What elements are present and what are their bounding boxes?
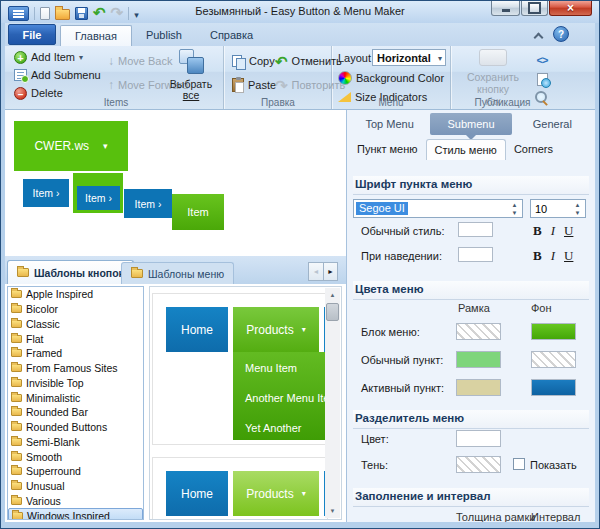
folder-icon — [11, 290, 22, 298]
group-label-menu: Menu — [332, 97, 450, 108]
main-area: CWER.ws ▾ Item › Item › Item › Item — [5, 110, 595, 522]
layout-row: Layout — [336, 49, 373, 67]
list-item[interactable]: Superround — [8, 464, 143, 479]
add-submenu-button[interactable]: Add Submenu — [12, 66, 103, 84]
list-item-selected[interactable]: Windows Inspired — [8, 508, 143, 520]
tab-publish[interactable]: Publish — [132, 25, 196, 46]
template-card[interactable]: Home Products ▾ Menu Item Another Menu I… — [152, 293, 328, 445]
page-globe-icon[interactable] — [537, 73, 548, 86]
font-name-select[interactable]: Segoe UI ▲▼ — [353, 199, 523, 218]
spinner-icon[interactable]: ▲▼ — [573, 201, 582, 217]
normal-item-bg-swatch[interactable] — [531, 351, 576, 368]
preview-scrollbar[interactable]: ▲ ▼ — [325, 288, 340, 518]
folder-icon — [11, 423, 22, 431]
tab-top-menu[interactable]: Top Menu — [349, 113, 430, 135]
show-separator-checkbox[interactable] — [513, 458, 525, 470]
list-item[interactable]: Apple Inspired — [8, 287, 143, 302]
template-card[interactable]: Home Products ▾ — [152, 457, 328, 520]
folder-label: Rounded Buttons — [26, 421, 107, 433]
scrollbar-thumb[interactable] — [326, 303, 339, 321]
list-item[interactable]: Classic — [8, 317, 143, 332]
tab-general[interactable]: General — [512, 113, 593, 135]
hover-style-color-swatch[interactable] — [458, 247, 493, 262]
separator-color-swatch[interactable] — [456, 430, 501, 447]
layout-select[interactable]: Horizontal ▾ — [372, 49, 446, 66]
separator-shadow-swatch[interactable] — [456, 456, 501, 473]
italic-button[interactable]: I — [551, 248, 555, 264]
maximize-button[interactable] — [521, 1, 548, 16]
copy-button[interactable]: Copy — [230, 52, 278, 70]
list-item[interactable]: From Famous Sites — [8, 361, 143, 376]
arrow-down-icon — [108, 54, 114, 68]
submenu-item-2[interactable]: Item › — [77, 186, 120, 210]
menu-button-cwer[interactable]: CWER.ws ▾ — [14, 121, 128, 171]
submenu-item-4[interactable]: Item — [172, 194, 224, 230]
underline-button[interactable]: U — [564, 248, 573, 264]
active-item-frame-swatch[interactable] — [456, 379, 501, 396]
font-size-value: 10 — [535, 203, 547, 215]
list-item[interactable]: Various — [8, 494, 143, 509]
list-item[interactable]: Invisible Top — [8, 376, 143, 391]
group-label-publish: Публикация — [451, 97, 554, 108]
color-wheel-icon — [338, 71, 352, 85]
subtab-menu-item[interactable]: Пункт меню — [349, 139, 426, 160]
scroll-up-icon[interactable]: ▲ — [325, 288, 340, 302]
tab-help[interactable]: Справка — [196, 25, 267, 46]
list-item[interactable]: Semi-Blank — [8, 435, 143, 450]
folder-icon — [11, 364, 22, 372]
collapse-ribbon-icon[interactable] — [533, 32, 543, 40]
normal-item-frame-swatch[interactable] — [456, 351, 501, 368]
help-button[interactable]: ? — [553, 26, 569, 42]
folder-label: From Famous Sites — [26, 362, 118, 374]
italic-button[interactable]: I — [551, 223, 555, 239]
background-color-button[interactable]: Background Color — [336, 69, 446, 87]
chevron-down-icon: ▾ — [438, 54, 442, 63]
tab-menu-templates[interactable]: Шаблоны меню — [121, 262, 234, 284]
tab-button-templates[interactable]: Шаблоны кнопок — [7, 260, 134, 284]
folder-icon — [11, 467, 22, 475]
menu-block-bg-swatch[interactable] — [531, 323, 576, 340]
active-item-bg-swatch[interactable] — [531, 379, 576, 396]
list-item[interactable]: Minimalistic — [8, 390, 143, 405]
submenu-item-2-frame[interactable]: Item › — [73, 173, 123, 213]
tab-home[interactable]: Главная — [60, 25, 132, 46]
list-item[interactable]: Framed — [8, 346, 143, 361]
close-button[interactable]: × — [549, 1, 592, 16]
paste-button[interactable]: Paste — [230, 76, 278, 94]
spacing-column-headers: Толщина рамки Интервал — [353, 511, 589, 522]
menu-block-frame-swatch[interactable] — [456, 323, 501, 340]
tab-submenu[interactable]: Submenu — [430, 113, 511, 135]
item-label: Item › — [135, 198, 162, 210]
subtab-menu-style[interactable]: Стиль меню — [426, 139, 506, 160]
bold-button[interactable]: B — [533, 223, 542, 239]
font-name-value: Segoe UI — [356, 202, 408, 215]
list-item[interactable]: Rounded Bar — [8, 405, 143, 420]
scroll-tabs-right-icon[interactable]: ► — [323, 262, 338, 281]
folder-icon — [11, 438, 22, 446]
bold-button[interactable]: B — [533, 248, 542, 264]
redo-arrow-icon — [275, 78, 288, 93]
item-label: Item › — [85, 192, 112, 204]
folder-icon — [11, 335, 22, 343]
design-canvas[interactable]: CWER.ws ▾ Item › Item › Item › Item — [5, 110, 346, 256]
select-all-button[interactable]: Выбрать все — [161, 46, 221, 101]
normal-style-color-swatch[interactable] — [458, 222, 493, 237]
font-size-select[interactable]: 10 ▲▼ — [530, 199, 586, 218]
normal-item-color-row: Обычный пункт: — [353, 351, 589, 371]
submenu-item-1[interactable]: Item › — [23, 179, 69, 207]
list-item[interactable]: Flat — [8, 331, 143, 346]
subtab-corners[interactable]: Corners — [506, 139, 561, 160]
html-code-icon[interactable] — [537, 50, 548, 68]
list-item[interactable]: Rounded Buttons — [8, 420, 143, 435]
add-item-button[interactable]: Add Item ▾ — [12, 48, 103, 66]
list-item[interactable]: Unusual — [8, 479, 143, 494]
scroll-down-icon[interactable]: ▼ — [325, 504, 340, 518]
folder-icon — [12, 512, 23, 520]
tab-file[interactable]: File — [8, 24, 56, 45]
list-item[interactable]: Bicolor — [8, 302, 143, 317]
submenu-item-3[interactable]: Item › — [124, 189, 172, 218]
underline-button[interactable]: U — [564, 223, 573, 239]
minimize-button[interactable] — [491, 1, 520, 16]
spinner-icon[interactable]: ▲▼ — [510, 201, 519, 217]
list-item[interactable]: Smooth — [8, 449, 143, 464]
